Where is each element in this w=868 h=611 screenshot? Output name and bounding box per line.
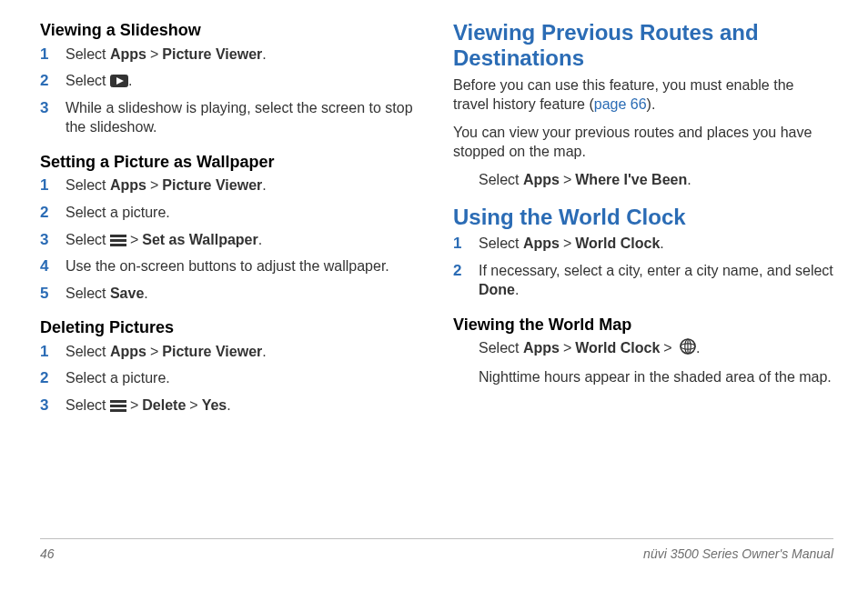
bold: Picture Viewer xyxy=(162,46,262,62)
step-text: Select xyxy=(66,73,110,88)
sep: > xyxy=(663,340,671,356)
heading-routes: Viewing Previous Routes and Destinations xyxy=(453,20,833,72)
sep: > xyxy=(150,46,158,62)
right-column: Viewing Previous Routes and Destinations… xyxy=(453,20,833,538)
page-link[interactable]: page 66 xyxy=(594,96,647,112)
inline-step: Select Apps>World Clock> . xyxy=(453,338,833,358)
heading-wallpaper: Setting a Picture as Wallpaper xyxy=(40,152,420,173)
period: . xyxy=(687,172,691,187)
left-column: Viewing a Slideshow Select Apps>Picture … xyxy=(40,20,420,538)
step-text: Select xyxy=(66,285,110,301)
bold: Done xyxy=(479,282,515,297)
paragraph: Nighttime hours appear in the shaded are… xyxy=(453,367,833,387)
menu-icon xyxy=(110,400,126,412)
bold: Yes xyxy=(202,397,227,413)
play-icon xyxy=(110,75,128,87)
svg-rect-2 xyxy=(110,235,126,237)
step-item: If necessary, select a city, enter a cit… xyxy=(453,261,833,307)
svg-rect-4 xyxy=(110,244,126,246)
period: . xyxy=(262,177,266,193)
bold: Apps xyxy=(110,344,146,359)
heading-slideshow: Viewing a Slideshow xyxy=(40,20,420,41)
page-number: 46 xyxy=(40,546,55,561)
svg-rect-7 xyxy=(110,409,126,412)
step-text: While a slideshow is playing, select the… xyxy=(66,100,413,135)
svg-rect-5 xyxy=(110,400,126,403)
step-item: Select a picture. xyxy=(40,368,420,396)
bold: Apps xyxy=(110,46,146,62)
bold: Picture Viewer xyxy=(162,177,262,193)
period: . xyxy=(696,340,700,356)
text: ). xyxy=(647,96,656,112)
step-text: Select a picture. xyxy=(66,370,170,386)
inline-step: Select Apps>Where I've Been. xyxy=(453,170,833,190)
step-item: Select Apps>World Clock. xyxy=(453,234,833,261)
sep: > xyxy=(150,177,158,193)
page-footer: 46 nüvi 3500 Series Owner's Manual xyxy=(40,539,833,561)
steps-world-clock: Select Apps>World Clock. If necessary, s… xyxy=(453,234,833,307)
heading-deleting: Deleting Pictures xyxy=(40,317,420,338)
sep: > xyxy=(563,340,571,356)
step-item: Select . xyxy=(40,71,420,98)
step-item: Select >Set as Wallpaper. xyxy=(40,230,420,257)
period: . xyxy=(144,285,147,301)
step-text: Select xyxy=(66,397,110,413)
step-item: Select Apps>Picture Viewer. xyxy=(40,342,420,369)
bold: Save xyxy=(110,285,144,301)
bold: Apps xyxy=(523,340,560,356)
step-text: Select xyxy=(66,232,110,247)
svg-rect-6 xyxy=(110,405,126,407)
bold: Delete xyxy=(142,397,186,413)
step-item: Select Save. xyxy=(40,284,420,311)
step-item: Select a picture. xyxy=(40,203,420,230)
step-text: Use the on-screen buttons to adjust the … xyxy=(66,258,389,274)
bold: Where I've Been xyxy=(575,172,687,187)
bold: World Clock xyxy=(575,340,660,356)
step-text: Select xyxy=(66,177,110,193)
bold: Picture Viewer xyxy=(162,344,262,359)
step-text: Select xyxy=(479,235,523,251)
step-item: Select Apps>Picture Viewer. xyxy=(40,45,420,72)
sep: > xyxy=(130,397,138,413)
period: . xyxy=(227,397,230,413)
step-text: Select xyxy=(479,340,523,356)
period: . xyxy=(262,46,266,62)
manual-page: Viewing a Slideshow Select Apps>Picture … xyxy=(0,0,868,611)
bold: World Clock xyxy=(575,235,660,251)
sep: > xyxy=(150,344,158,359)
svg-rect-3 xyxy=(110,239,126,242)
step-item: Select >Delete>Yes. xyxy=(40,396,420,423)
period: . xyxy=(258,232,262,247)
sep: > xyxy=(563,172,571,187)
step-text: If necessary, select a city, enter a cit… xyxy=(479,263,833,278)
step-item: While a slideshow is playing, select the… xyxy=(40,98,420,145)
step-text: Select a picture. xyxy=(66,205,170,220)
heading-world-map: Viewing the World Map xyxy=(453,315,833,336)
step-item: Use the on-screen buttons to adjust the … xyxy=(40,256,420,284)
heading-world-clock: Using the World Clock xyxy=(453,205,833,230)
step-text: Select xyxy=(66,344,110,359)
step-text: Select xyxy=(66,46,110,62)
sep: > xyxy=(130,232,138,247)
period: . xyxy=(660,235,663,251)
bold: Apps xyxy=(110,177,146,193)
bold: Set as Wallpaper xyxy=(142,232,257,247)
globe-icon xyxy=(680,338,696,355)
steps-deleting: Select Apps>Picture Viewer. Select a pic… xyxy=(40,342,420,423)
bold: Apps xyxy=(523,172,560,187)
step-text: Select xyxy=(479,172,523,187)
bold: Apps xyxy=(523,235,560,251)
paragraph: Before you can use this feature, you mus… xyxy=(453,75,833,114)
period: . xyxy=(128,73,132,88)
sep: > xyxy=(189,397,197,413)
step-item: Select Apps>Picture Viewer. xyxy=(40,175,420,203)
paragraph: You can view your previous routes and pl… xyxy=(453,123,833,161)
sep: > xyxy=(563,235,571,251)
document-title: nüvi 3500 Series Owner's Manual xyxy=(643,546,833,561)
steps-slideshow: Select Apps>Picture Viewer. Select . Whi… xyxy=(40,45,420,145)
period: . xyxy=(515,282,519,297)
column-container: Viewing a Slideshow Select Apps>Picture … xyxy=(40,20,833,538)
period: . xyxy=(262,344,266,359)
steps-wallpaper: Select Apps>Picture Viewer. Select a pic… xyxy=(40,175,420,310)
menu-icon xyxy=(110,235,126,246)
